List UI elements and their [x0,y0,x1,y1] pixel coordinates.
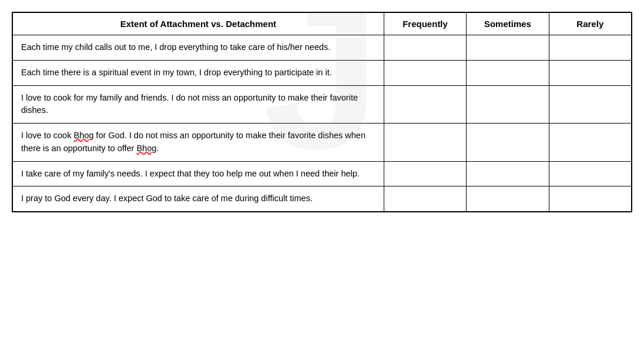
row-2-question: Each time there is a spiritual event in … [13,60,384,85]
table-row: I love to cook Bhog for God. I do not mi… [13,124,632,162]
table-row: Each time there is a spiritual event in … [13,60,632,85]
bhog-word-2: Bhog [136,144,156,153]
col-header-rarely: Rarely [549,13,631,35]
row-6-sometimes [467,186,549,212]
table-header-row: Extent of Attachment vs. Detachment Freq… [13,13,632,35]
row-3-rarely [549,85,631,124]
table-row: Each time my child calls out to me, I dr… [13,35,632,61]
row-4-sometimes [467,124,549,162]
row-2-sometimes [467,60,549,85]
table-row: I pray to God every day. I expect God to… [13,186,632,212]
row-1-sometimes [467,35,549,61]
row-4-question: I love to cook Bhog for God. I do not mi… [13,124,384,162]
row-2-frequently [384,60,466,85]
row-1-frequently [384,35,466,61]
row-6-rarely [549,186,631,212]
row-3-sometimes [467,85,549,124]
table-row: I love to cook for my family and friends… [13,85,632,124]
row-2-rarely [549,60,631,85]
col-header-frequently: Frequently [384,13,466,35]
row-6-frequently [384,186,466,212]
col-header-question: Extent of Attachment vs. Detachment [13,13,384,35]
row-6-question: I pray to God every day. I expect God to… [13,186,384,212]
table-row: I take care of my family's needs. I expe… [13,161,632,186]
row-3-question: I love to cook for my family and friends… [13,85,384,124]
survey-table-container: J Extent of Attachment vs. Detachment Fr… [12,12,632,212]
col-header-sometimes: Sometimes [467,13,549,35]
row-4-frequently [384,124,466,162]
row-4-rarely [549,124,631,162]
row-5-sometimes [467,161,549,186]
row-5-rarely [549,161,631,186]
row-1-rarely [549,35,631,61]
row-3-frequently [384,85,466,124]
row-5-question: I take care of my family's needs. I expe… [13,161,384,186]
bhog-word-1: Bhog [73,131,93,140]
row-5-frequently [384,161,466,186]
survey-table: Extent of Attachment vs. Detachment Freq… [12,12,632,212]
row-1-question: Each time my child calls out to me, I dr… [13,35,384,61]
